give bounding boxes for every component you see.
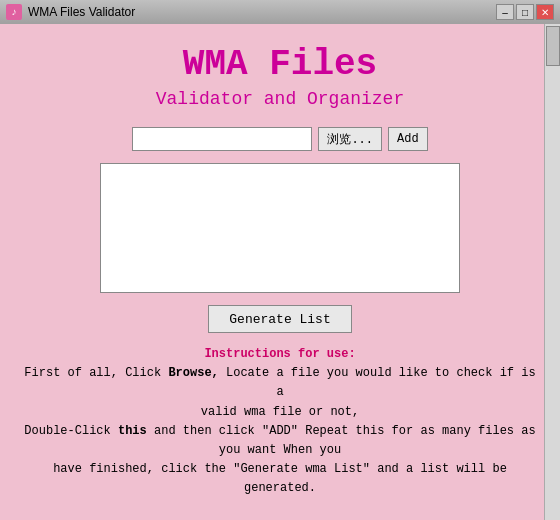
file-path-input[interactable] [132,127,312,151]
window-title: WMA Files Validator [28,5,135,19]
browse-button[interactable]: 浏览... [318,127,382,151]
scrollbar[interactable] [544,24,560,520]
generate-list-button[interactable]: Generate List [208,305,351,333]
add-button[interactable]: Add [388,127,428,151]
instructions-line6: generated. [20,479,540,498]
title-bar: ♪ WMA Files Validator – □ ✕ [0,0,560,24]
instructions-line1: First of all, Click Browse, Locate a fil… [20,364,540,402]
instructions-text-3b: and then click "ADD" Repeat this for as … [147,424,536,438]
instructions-line3: Double-Click this and then click "ADD" R… [20,422,540,441]
instructions-header: Instructions for use: [20,345,540,364]
instructions-section: Instructions for use: First of all, Clic… [20,345,540,499]
browse-bold-text: Browse, [168,366,218,380]
window-controls: – □ ✕ [496,4,554,20]
instructions-text-3: Double-Click [24,424,118,438]
main-content: WMA Files Validator and Organizer 浏览... … [0,24,560,520]
file-list[interactable] [100,163,460,293]
app-subtitle: Validator and Organizer [156,89,404,109]
app-window: ♪ WMA Files Validator – □ ✕ WMA Files Va… [0,0,560,520]
app-title: WMA Files [183,44,377,85]
title-bar-left: ♪ WMA Files Validator [6,4,135,20]
minimize-button[interactable]: – [496,4,514,20]
app-icon: ♪ [6,4,22,20]
instructions-line4: you want When you [20,441,540,460]
maximize-button[interactable]: □ [516,4,534,20]
instructions-text-1: First of all, Click [24,366,168,380]
instructions-line2: valid wma file or not, [20,403,540,422]
instructions-header-text: Instructions for use: [204,347,355,361]
this-bold-text: this [118,424,147,438]
file-input-row: 浏览... Add [132,127,427,151]
scrollbar-thumb[interactable] [546,26,560,66]
instructions-line5: have finished, click the "Generate wma L… [20,460,540,479]
close-button[interactable]: ✕ [536,4,554,20]
instructions-text-1b: Locate a file you would like to check if… [219,366,536,399]
